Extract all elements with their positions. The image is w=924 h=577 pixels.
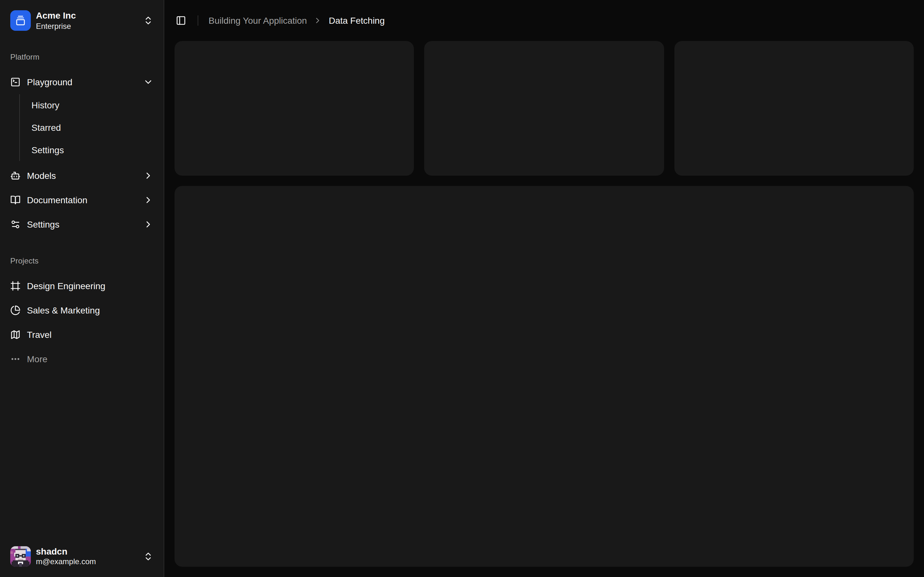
sidebar: Acme Inc Enterprise Platform: [0, 0, 164, 577]
sidebar-item-design-engineering[interactable]: Design Engineering: [5, 276, 158, 297]
breadcrumb-parent-link[interactable]: Building Your Application: [208, 15, 307, 26]
breadcrumb: Building Your Application Data Fetching: [208, 15, 384, 26]
projects-menu: Design Engineering Sales & Marketing: [5, 276, 158, 370]
map-icon: [10, 330, 21, 340]
user-menu-button[interactable]: shadcn m@example.com: [5, 541, 158, 572]
team-logo: [10, 11, 31, 31]
placeholder-cards-row: [174, 41, 914, 176]
sidebar-item-label: Travel: [27, 330, 52, 340]
chevrons-up-down-icon: [143, 551, 153, 562]
sidebar-item-label: Settings: [27, 219, 59, 229]
sidebar-item-label: Sales & Marketing: [27, 305, 100, 316]
sidebar-footer: shadcn m@example.com: [0, 536, 164, 577]
ellipsis-icon: [10, 354, 21, 364]
placeholder-card-2: [425, 41, 664, 176]
chevron-right-icon: [313, 16, 322, 25]
user-avatar: [10, 546, 31, 567]
main-area: Building Your Application Data Fetching: [164, 0, 924, 577]
bot-icon: [10, 171, 21, 181]
team-plan: Enterprise: [36, 21, 138, 31]
chevron-right-icon: [143, 219, 153, 229]
sliders-icon: [10, 219, 21, 229]
sidebar-item-playground[interactable]: Playground: [5, 71, 158, 93]
square-terminal-icon: [10, 77, 21, 87]
pie-chart-icon: [10, 305, 21, 316]
sidebar-toggle-button[interactable]: [172, 11, 190, 29]
sidebar-header: Acme Inc Enterprise: [0, 0, 164, 41]
sidebar-item-models[interactable]: Models: [5, 165, 158, 186]
frame-icon: [10, 281, 21, 291]
sidebar-item-label: More: [27, 354, 47, 364]
placeholder-card-body: [174, 186, 914, 567]
sidebar-subitem-settings[interactable]: Settings: [26, 140, 158, 159]
user-email: m@example.com: [36, 557, 138, 567]
sidebar-item-label: Documentation: [27, 195, 87, 205]
book-open-icon: [10, 195, 21, 205]
header-separator: [198, 15, 198, 26]
sidebar-item-sales-marketing[interactable]: Sales & Marketing: [5, 300, 158, 321]
sidebar-item-travel[interactable]: Travel: [5, 324, 158, 345]
sidebar-content: Platform Playground: [0, 41, 164, 536]
group-label-platform: Platform: [5, 47, 158, 67]
user-info: shadcn m@example.com: [36, 546, 138, 567]
sidebar-item-label: Design Engineering: [27, 281, 105, 291]
sidebar-item-label: Models: [27, 171, 56, 181]
sidebar-item-label: Playground: [27, 77, 73, 87]
team-name: Acme Inc: [36, 10, 138, 21]
breadcrumb-current-page: Data Fetching: [329, 15, 384, 26]
team-info: Acme Inc Enterprise: [36, 10, 138, 31]
sidebar-group-platform: Platform Playground: [0, 41, 164, 240]
group-label-projects: Projects: [5, 250, 158, 271]
sidebar-group-projects: Projects Design Engineering: [0, 245, 164, 375]
placeholder-card-1: [174, 41, 414, 176]
sidebar-item-settings[interactable]: Settings: [5, 214, 158, 235]
sidebar-subitem-starred[interactable]: Starred: [26, 118, 158, 137]
placeholder-card-3: [674, 41, 914, 176]
panel-left-icon: [176, 15, 186, 26]
sidebar-subitem-history[interactable]: History: [26, 95, 158, 114]
sidebar-item-more[interactable]: More: [5, 348, 158, 370]
app-root: Acme Inc Enterprise Platform: [0, 0, 924, 577]
playground-submenu: History Starred Settings: [19, 94, 158, 161]
chevrons-up-down-icon: [143, 16, 153, 26]
platform-menu: Playground History Starred Settings: [5, 71, 158, 235]
chevron-right-icon: [143, 171, 153, 181]
user-name: shadcn: [36, 546, 138, 557]
team-switcher-button[interactable]: Acme Inc Enterprise: [5, 5, 158, 36]
chevron-down-icon: [143, 77, 153, 87]
chevron-right-icon: [143, 195, 153, 205]
gallery-vertical-end-icon: [15, 16, 26, 26]
main-header: Building Your Application Data Fetching: [164, 0, 924, 41]
page-content: [164, 41, 924, 577]
sidebar-item-documentation[interactable]: Documentation: [5, 189, 158, 211]
